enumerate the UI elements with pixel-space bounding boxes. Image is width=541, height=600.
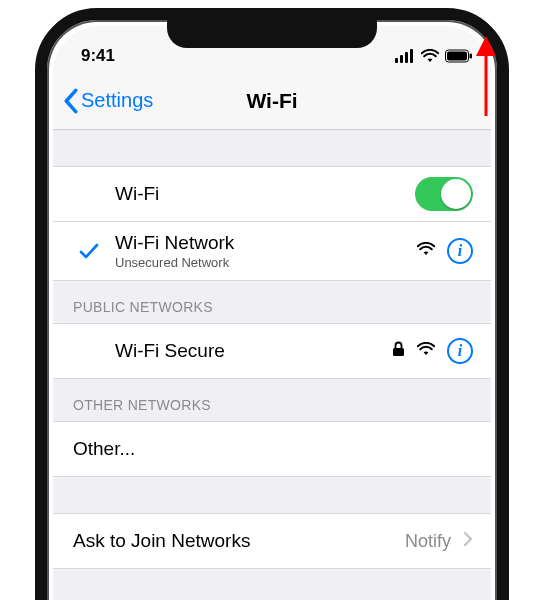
info-button[interactable]: i <box>447 338 473 364</box>
svg-rect-7 <box>393 348 404 356</box>
cellular-icon <box>395 49 415 63</box>
public-network-name: Wi-Fi Secure <box>115 340 225 362</box>
nav-bar: Settings Wi-Fi <box>53 72 491 130</box>
wifi-toggle-label: Wi-Fi <box>115 183 159 205</box>
other-network-row[interactable]: Other... <box>53 421 491 477</box>
info-button[interactable]: i <box>447 238 473 264</box>
svg-rect-0 <box>395 58 398 63</box>
phone-screen: 9:41 <box>53 26 491 600</box>
public-networks-header: PUBLIC NETWORKS <box>53 281 491 323</box>
ask-to-join-row[interactable]: Ask to Join Networks Notify <box>53 513 491 569</box>
public-network-row[interactable]: Wi-Fi Secure <box>53 323 491 379</box>
connected-network-name: Wi-Fi Network <box>115 232 234 254</box>
ask-to-join-value: Notify <box>405 531 451 552</box>
phone-notch <box>167 20 377 48</box>
wifi-toggle-row[interactable]: Wi-Fi <box>53 166 491 222</box>
ask-to-join-label: Ask to Join Networks <box>73 530 250 552</box>
page-title: Wi-Fi <box>53 89 491 113</box>
phone-frame: 9:41 <box>35 8 509 600</box>
svg-rect-1 <box>400 55 403 63</box>
chevron-right-icon <box>463 531 473 551</box>
svg-rect-6 <box>470 54 473 59</box>
other-network-label: Other... <box>73 438 135 460</box>
other-networks-header: OTHER NETWORKS <box>53 379 491 421</box>
svg-rect-5 <box>447 52 467 61</box>
battery-icon <box>445 49 473 63</box>
wifi-signal-icon <box>417 342 435 360</box>
connected-network-detail: Unsecured Network <box>115 255 234 270</box>
svg-rect-2 <box>405 52 408 63</box>
wifi-toggle-switch[interactable] <box>415 177 473 211</box>
wifi-icon <box>421 49 439 63</box>
svg-rect-3 <box>410 49 413 63</box>
wifi-signal-icon <box>417 242 435 260</box>
checkmark-icon <box>73 243 105 259</box>
status-time: 9:41 <box>81 46 115 66</box>
connected-network-row[interactable]: Wi-Fi Network Unsecured Network <box>53 222 491 281</box>
lock-icon <box>392 341 405 361</box>
